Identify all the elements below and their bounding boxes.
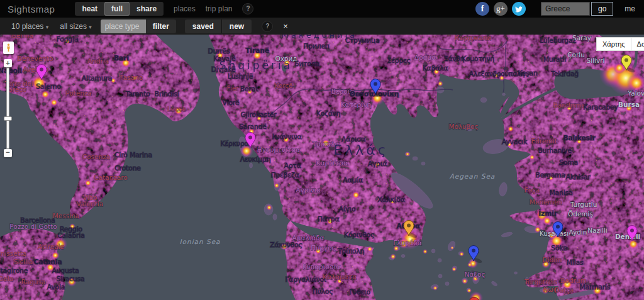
city-label: Χαλκίδα <box>377 196 404 203</box>
trip-plan-link[interactable]: trip plan <box>206 4 233 13</box>
city-label: Turgutlu <box>570 201 597 208</box>
city-label: Soma <box>559 158 578 166</box>
map-type-control: Χάρτης Δορυφό <box>596 37 644 51</box>
city-label: Καρδίτσα <box>316 159 348 167</box>
zoom-in-button[interactable]: + <box>4 59 12 67</box>
map-canvas[interactable]: IserniaFoggiaBeneventoAndriaBariNapoliAv… <box>0 35 644 300</box>
map-type-map-button[interactable]: Χάρτης <box>596 37 631 51</box>
city-label: Битола <box>294 60 319 67</box>
saved-button[interactable]: saved <box>185 19 221 33</box>
island <box>401 255 405 258</box>
places-link[interactable]: places <box>174 4 196 13</box>
new-button[interactable]: new <box>221 19 252 33</box>
map-type-satellite-button[interactable]: Δορυφό <box>631 37 644 51</box>
city-label: Napoli <box>0 67 22 74</box>
marker-pin-dot <box>625 58 628 62</box>
city-label: Ragusa <box>21 278 46 286</box>
city-label: Άρτα <box>284 162 301 169</box>
island <box>431 249 435 253</box>
heat-hotspot <box>274 182 280 189</box>
twitter-icon[interactable] <box>512 2 526 16</box>
heat-hotspot <box>467 288 472 293</box>
city-label: Taranto <box>125 90 150 97</box>
city-label: Ηγουμενίτσα <box>257 146 300 153</box>
pegman-icon <box>6 43 11 53</box>
zoom-out-button[interactable]: − <box>4 149 12 157</box>
heat-hotspot <box>423 249 428 254</box>
heat-hotspot <box>507 125 514 133</box>
city-label: Lüleburgaz <box>540 36 576 44</box>
help-button[interactable]: ? <box>242 3 253 14</box>
sea-label: Aegean Sea <box>450 172 496 181</box>
marker-pin-dot <box>374 82 377 86</box>
heat-hotspot <box>266 204 272 211</box>
place-type-group: filter <box>101 19 176 33</box>
city-label: Brindisi <box>154 90 179 97</box>
heatmap-svg: IserniaFoggiaBeneventoAndriaBariNapoliAv… <box>0 35 644 300</box>
heat-button[interactable]: heat <box>75 2 104 16</box>
city-label: Durrës <box>208 47 230 55</box>
app-logo: Sightsmap <box>8 4 55 14</box>
city-label: Isernia <box>11 35 33 39</box>
city-label: Tiranë <box>245 47 269 54</box>
marker-pin-dot <box>630 229 634 233</box>
marker-pin-dot <box>556 225 560 229</box>
city-label: Κομοτηνή <box>462 55 494 62</box>
search-input[interactable] <box>541 2 590 16</box>
city-label: Λαμία <box>343 176 362 184</box>
city-label: Cosenza <box>82 153 110 160</box>
filter-button[interactable]: filter <box>146 19 176 33</box>
city-label: Λευκίμμη <box>240 155 271 163</box>
city-label: Bursa <box>618 101 640 108</box>
heat-hotspot <box>84 179 92 187</box>
close-icon[interactable]: × <box>283 21 288 31</box>
heat-hotspot <box>459 252 464 257</box>
places-count-dropdown[interactable]: 10 places ▾ <box>11 22 48 31</box>
city-label: Bandırma <box>553 101 586 109</box>
sizes-dropdown[interactable]: all sizes ▾ <box>60 22 92 31</box>
heat-hotspot <box>405 152 410 157</box>
city-label: Edremit <box>531 137 557 145</box>
view-mode-group: heat full share <box>75 2 164 16</box>
island <box>421 162 425 165</box>
google-plus-icon[interactable]: g+ <box>494 2 508 16</box>
city-label: Αλεξανδρούπολη <box>469 70 525 77</box>
city-label: Catanzaro <box>94 174 127 181</box>
zoom-slider-track[interactable] <box>6 67 9 149</box>
city-label: Çorlu <box>567 51 585 58</box>
marker-pin-dot <box>407 224 411 228</box>
full-button[interactable]: full <box>104 2 130 16</box>
city-label: Messina <box>53 212 79 219</box>
city-label: Πύλος <box>313 287 333 295</box>
city-label: Foça <box>525 186 540 194</box>
island <box>445 282 449 286</box>
city-label: Αγρίνιο <box>296 186 320 194</box>
zoom-slider-handle[interactable] <box>4 116 12 121</box>
header-right-cluster: f g+ go me <box>471 2 639 16</box>
heat-hotspot <box>390 253 396 260</box>
island <box>250 163 253 168</box>
go-button[interactable]: go <box>591 2 613 16</box>
place-type-input[interactable] <box>101 19 146 33</box>
city-label: Σέρρες <box>387 57 410 64</box>
pegman-street-view[interactable] <box>3 42 14 54</box>
share-button[interactable]: share <box>130 2 164 16</box>
city-label: Keşan <box>518 69 537 77</box>
city-label: Avola <box>47 283 65 291</box>
city-label: Caltanissetta <box>0 250 26 257</box>
city-label: Gjirokastër <box>240 111 277 118</box>
twitter-bird-icon <box>514 5 523 13</box>
heat-hotspot <box>452 267 457 272</box>
city-label: Korçë <box>274 82 292 89</box>
facebook-icon[interactable]: f <box>475 2 489 16</box>
city-label: Turgutreis <box>524 278 557 286</box>
city-label: Greco <box>8 86 27 93</box>
city-label: Benevento <box>18 55 53 62</box>
me-button[interactable]: me <box>621 4 639 14</box>
island <box>438 274 442 278</box>
city-label: Datça <box>555 286 574 294</box>
toolbar-help-button[interactable]: ? <box>262 21 273 32</box>
city-label: Balıkesir <box>563 134 596 142</box>
filter-toolbar: 10 places ▾ all sizes ▾ filter saved new… <box>0 18 644 35</box>
city-label: Γλυφάδα <box>393 239 421 247</box>
